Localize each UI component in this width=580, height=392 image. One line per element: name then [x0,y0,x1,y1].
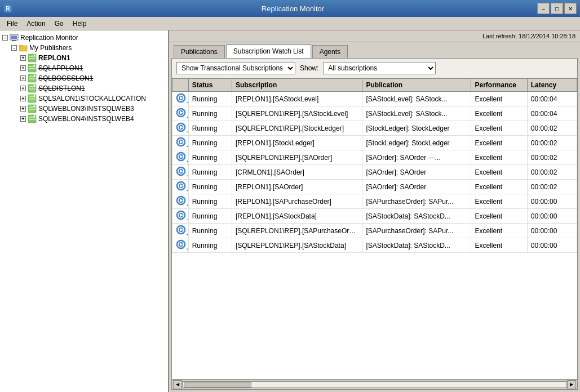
sqlsalon1-label: SQLSALON1\STOCKALLOCATION [38,95,146,103]
root-expand[interactable]: - [2,35,8,41]
publishers-expand[interactable]: - [11,45,17,51]
row-icon-cell [172,238,189,253]
sqldistlon1-label: SQLDISTLON1 [38,84,85,92]
replon1-expand[interactable]: + [20,55,26,61]
svg-rect-6 [19,45,23,46]
row-performance: Excellent [471,224,527,238]
row-status: Running [188,150,232,165]
restore-button[interactable]: ◻ [551,3,563,14]
svg-rect-4 [11,35,17,39]
row-latency: 00:00:04 [527,106,577,121]
menu-file[interactable]: File [2,19,22,29]
menu-action[interactable]: Action [22,19,50,29]
server-icon-sqlsalon1 [28,94,37,103]
table-row[interactable]: Running [SQLREPLON1\REP].[SAPurchaseOrde… [172,224,577,238]
table-row[interactable]: Running [REPLON1].[SAOrder] [SAOrder]: S… [172,180,577,194]
my-publishers-label: My Publishers [29,44,72,52]
running-icon [176,225,186,235]
menu-go[interactable]: Go [50,19,68,29]
tree-sqlweblon4[interactable]: + SQLWEBLON4\INSTSQLWEB4 [2,114,166,124]
tree-panel: - Replication Monitor - My Publishers + [0,30,169,392]
col-header-icon [172,79,189,92]
row-icon-cell [172,180,189,194]
row-performance: Excellent [471,238,527,253]
running-icon [176,137,186,147]
table-row[interactable]: Running [REPLON1].[StockLedger] [StockLe… [172,136,577,150]
tab-agents[interactable]: Agents [312,45,348,58]
row-icon-cell [172,121,189,136]
running-icon [176,210,186,220]
table-row[interactable]: Running [REPLON1].[SAPurchaseOrder] [SAP… [172,194,577,209]
table-row[interactable]: Running [SQLREPLON1\REP].[SAStockData] [… [172,238,577,253]
monitor-icon [10,33,19,42]
col-header-subscription[interactable]: Subscription [232,79,362,92]
col-header-performance[interactable]: Performance [471,79,527,92]
show-type-dropdown[interactable]: Show Transactional Subscriptions [176,62,295,74]
row-publication: [SAStockLevel]: SAStock... [362,106,471,121]
tree-sqlapplon1[interactable]: + SQLAPPLON1 [2,63,166,73]
sqlsalon1-expand[interactable]: + [20,96,26,101]
row-status: Running [188,165,232,180]
row-performance: Excellent [471,180,527,194]
server-icon-sqldistlon1 [28,84,37,93]
row-icon-cell [172,224,189,238]
row-status: Running [188,180,232,194]
table-container: Status Subscription Publication Performa… [172,78,577,379]
tree-sqldistlon1[interactable]: + SQLDISTLON1 [2,83,166,93]
row-icon-cell [172,136,189,150]
row-subscription: [SQLREPLON1\REP].[StockLedger] [232,121,362,136]
tree-my-publishers[interactable]: - My Publishers [2,43,166,53]
scroll-track[interactable] [182,381,567,388]
tree-replon1[interactable]: + REPLON1 [2,53,166,63]
table-row[interactable]: Running [CRMLON1].[SAOrder] [SAOrder]: S… [172,165,577,180]
sqlbocsslon1-expand[interactable]: + [20,75,26,81]
sqlweblon4-expand[interactable]: + [20,116,26,122]
table-row[interactable]: Running [SQLREPLON1\REP].[SAStockLevel] … [172,106,577,121]
window-controls: – ◻ ✕ [537,3,577,14]
sqlweblon3-expand[interactable]: + [20,106,26,112]
svg-rect-5 [19,46,27,51]
show-subscriptions-dropdown[interactable]: All subscriptions [323,62,436,74]
row-icon-cell [172,150,189,165]
tab-subscription-watch-list[interactable]: Subscription Watch List [226,44,311,58]
server-icon-replon1 [28,54,37,63]
tree-sqlsalon1[interactable]: + SQLSALON1\STOCKALLOCATION [2,93,166,104]
table-row[interactable]: Running [SQLREPLON1\REP].[SAOrder] [SAOr… [172,150,577,165]
minimize-button[interactable]: – [537,3,550,14]
row-performance: Excellent [471,150,527,165]
tree-root[interactable]: - Replication Monitor [2,33,166,43]
svg-point-34 [34,115,36,117]
title-bar: R Replication Monitor – ◻ ✕ [0,0,580,17]
menu-help[interactable]: Help [68,19,91,29]
sqlweblon4-label: SQLWEBLON4\INSTSQLWEB4 [38,115,134,123]
replon1-label: REPLON1 [38,54,70,62]
table-row[interactable]: Running [REPLON1].[SAStockData] [SAStock… [172,209,577,224]
tree-sqlweblon3[interactable]: + SQLWEBLON3\INSTSQLWEB3 [2,104,166,114]
col-header-latency[interactable]: Latency [527,79,577,92]
row-performance: Excellent [471,92,527,106]
running-icon [176,93,186,103]
row-icon-cell [172,92,189,106]
scroll-right-button[interactable]: ▶ [567,380,576,389]
col-header-publication[interactable]: Publication [362,79,471,92]
running-icon [176,166,186,176]
row-publication: [StockLedger]: StockLedger [362,121,471,136]
row-subscription: [SQLREPLON1\REP].[SAStockData] [232,238,362,253]
scroll-thumb[interactable] [184,382,251,387]
scroll-left-button[interactable]: ◀ [173,380,182,389]
running-icon [176,108,186,118]
tree-sqlbocsslon1[interactable]: + SQLBOCSSLON1 [2,73,166,83]
server-icon-sqlweblon4 [28,114,37,123]
sqldistlon1-expand[interactable]: + [20,86,26,91]
col-header-status[interactable]: Status [188,79,232,92]
row-performance: Excellent [471,194,527,209]
row-status: Running [188,92,232,106]
sqlapplon1-expand[interactable]: + [20,65,26,71]
close-button[interactable]: ✕ [564,3,577,14]
row-subscription: [REPLON1].[SAPurchaseOrder] [232,194,362,209]
table-row[interactable]: Running [REPLON1].[SAStockLevel] [SAStoc… [172,92,577,106]
row-icon-cell [172,165,189,180]
table-row[interactable]: Running [SQLREPLON1\REP].[StockLedger] [… [172,121,577,136]
tab-publications[interactable]: Publications [174,45,225,58]
row-status: Running [188,238,232,253]
